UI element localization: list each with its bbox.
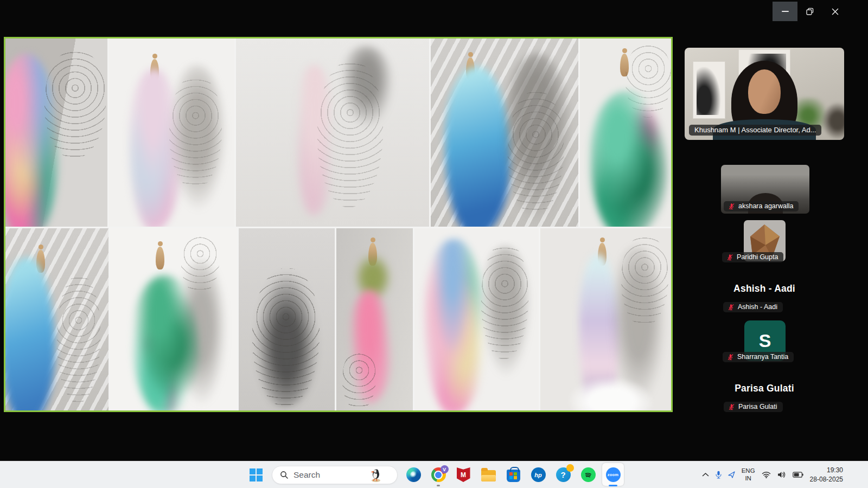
clock-date: 28-08-2025: [810, 475, 843, 484]
close-icon: [832, 8, 839, 15]
windows-taskbar: V M hp ?: [0, 461, 868, 488]
taskbar-app-microsoft-store[interactable]: [504, 464, 522, 486]
taskbar-app-chrome[interactable]: V: [429, 464, 448, 486]
restore-button[interactable]: [797, 2, 822, 21]
taskbar-app-mcafee[interactable]: M: [454, 464, 473, 486]
window-controls: [773, 2, 847, 21]
taskbar-app-file-explorer[interactable]: [479, 464, 497, 486]
artwork-panel: [236, 38, 429, 227]
minimize-button[interactable]: [773, 2, 797, 21]
zoom-icon: zoom: [606, 467, 621, 482]
zoom-meeting-window: SCAD student work Khushnam M: [0, 0, 868, 488]
muted-mic-icon: [726, 254, 733, 261]
taskbar-app-zoom[interactable]: zoom: [604, 464, 622, 486]
participant-name-text: akshara agarwalla: [738, 202, 793, 210]
file-explorer-icon: [481, 470, 496, 481]
artwork-panel: [431, 38, 578, 227]
language-line1: ENG: [742, 467, 755, 475]
minimize-icon: [782, 11, 789, 12]
participant-name-text: Parisa Gulati: [738, 403, 777, 410]
clock-time: 19:30: [810, 466, 843, 474]
participant-tile-ashish[interactable]: Ashish - Aadi: [685, 283, 844, 294]
location-in-use-icon[interactable]: [728, 471, 735, 478]
muted-mic-icon: [727, 354, 734, 361]
artwork-panel: [414, 228, 539, 410]
wall-art: [693, 62, 725, 118]
speaker-face: [748, 69, 781, 114]
artwork-panel: [5, 228, 108, 410]
hp-icon: hp: [531, 467, 546, 482]
artwork-panel: [110, 228, 237, 410]
mcafee-shield-icon: M: [457, 467, 470, 482]
artwork-panel: [580, 38, 671, 227]
language-line2: IN: [742, 475, 755, 483]
spotify-icon: [581, 467, 596, 482]
presentation-collage: SCAD student work: [5, 38, 671, 410]
taskbar-app-hp-support[interactable]: ?: [554, 464, 572, 486]
avatar-initial: S: [759, 330, 771, 351]
chrome-profile-badge: V: [441, 465, 449, 473]
taskbar-app-spotify[interactable]: [579, 464, 597, 486]
notification-dot: [566, 464, 574, 472]
participant-video-akshara[interactable]: akshara agarwalla: [721, 165, 809, 214]
muted-mic-icon: [727, 304, 735, 311]
search-input[interactable]: [293, 470, 364, 480]
artwork-panel: [109, 38, 234, 227]
search-icon: [280, 471, 289, 479]
taskbar-search[interactable]: [272, 466, 398, 484]
artwork-panel: [540, 228, 671, 410]
hp-support-assistant-icon: ?: [556, 467, 571, 482]
participant-name-text: Paridhi Gupta: [737, 253, 778, 261]
muted-mic-icon: [728, 403, 735, 410]
speaker-name-label: Khushnam M | Associate Director, Ad...: [689, 125, 821, 136]
hidden-icons-chevron[interactable]: [702, 472, 709, 477]
close-button[interactable]: [822, 2, 847, 21]
active-running-indicator: [609, 485, 617, 486]
active-speaker-video[interactable]: Khushnam M | Associate Director, Ad...: [685, 48, 844, 140]
participant-name-text: Sharranya Tantia: [737, 353, 788, 361]
start-button[interactable]: [247, 464, 265, 486]
shared-screen: SCAD student work: [4, 37, 673, 412]
language-indicator[interactable]: ENG IN: [742, 467, 755, 483]
taskbar-app-edge[interactable]: [404, 464, 423, 486]
artwork-panel: [239, 228, 335, 410]
participant-display-name: Parisa Gulati: [735, 383, 794, 394]
volume-icon[interactable]: [777, 471, 786, 478]
participant-name-text: Ashish - Aadi: [738, 303, 777, 311]
edge-icon: [406, 467, 421, 482]
collage-row-bottom: [5, 228, 671, 410]
restore-icon: [806, 8, 814, 15]
taskbar-app-hp[interactable]: hp: [529, 464, 547, 486]
microsoft-store-icon: [507, 470, 520, 482]
participant-name-label: Sharranya Tantia: [723, 352, 794, 362]
muted-mic-icon: [728, 203, 735, 210]
windows-logo-icon: [250, 468, 263, 481]
participant-name-label: akshara agarwalla: [724, 201, 799, 211]
participant-name-label: Parisa Gulati: [724, 402, 783, 412]
participant-name-label: Paridhi Gupta: [722, 252, 783, 262]
running-indicator: [437, 485, 440, 486]
mic-in-use-icon[interactable]: [716, 471, 722, 479]
artwork-panel: [5, 38, 107, 227]
participant-tile-parisa[interactable]: Parisa Gulati: [685, 383, 844, 394]
wifi-icon[interactable]: [762, 471, 771, 478]
wall-decor: [821, 102, 844, 140]
participant-name-label: Ashish - Aadi: [723, 302, 783, 312]
collage-row-top: [5, 38, 671, 227]
battery-icon[interactable]: [793, 472, 803, 478]
chrome-icon: V: [431, 467, 446, 482]
search-highlight-bird-icon: [370, 468, 383, 482]
speaker-name-text: Khushnam M | Associate Director, Ad...: [694, 126, 816, 134]
taskbar-clock[interactable]: 19:30 28-08-2025: [810, 466, 843, 483]
participant-display-name: Ashish - Aadi: [733, 283, 795, 294]
artwork-panel: [336, 228, 413, 410]
